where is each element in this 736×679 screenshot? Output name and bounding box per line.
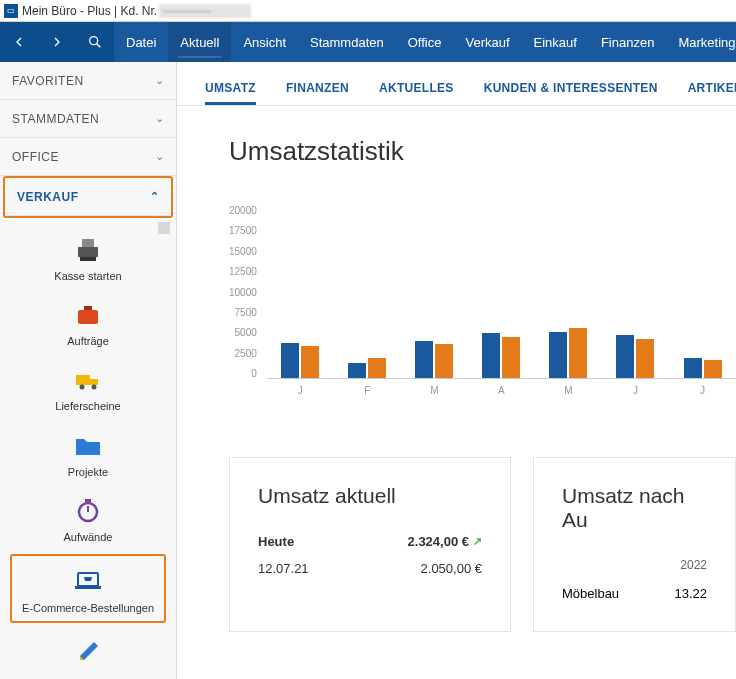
bar (368, 358, 386, 378)
y-tick: 10000 (229, 287, 257, 298)
x-tick: M (535, 385, 602, 396)
svg-line-1 (97, 44, 101, 48)
ribbon-item-aktuell[interactable]: Aktuell (168, 22, 231, 62)
x-tick: J (602, 385, 669, 396)
bar-group (267, 343, 334, 378)
svg-point-9 (80, 385, 85, 390)
briefcase-icon (67, 297, 109, 331)
chevron-up-icon: ⌃ (150, 190, 160, 203)
year-header: 2022 (562, 558, 707, 572)
sidebar-item-kasse-starten[interactable]: Kasse starten (6, 226, 170, 291)
category-value: 13.22 (674, 586, 707, 601)
nav-forward-button[interactable] (38, 22, 76, 62)
x-tick: J (669, 385, 736, 396)
ribbon-item-office[interactable]: Office (396, 22, 454, 62)
window-title: Mein Büro - Plus | Kd. Nr. (22, 4, 157, 18)
sidebar-item-label: Projekte (68, 466, 108, 479)
truck-icon (67, 362, 109, 396)
chevron-down-icon: ⌄ (155, 112, 165, 125)
chart-y-axis: 20000175001500012500100007500500025000 (229, 205, 267, 379)
window-title-bar: ▭ Mein Büro - Plus | Kd. Nr. ———— (0, 0, 736, 22)
svg-rect-3 (82, 239, 94, 247)
ribbon-item-datei[interactable]: Datei (114, 22, 168, 62)
trend-up-icon: ↗ (473, 535, 482, 548)
panel-label: VERKAUF (17, 190, 79, 204)
svg-rect-7 (76, 375, 90, 385)
tab-kunden-interessenten[interactable]: KUNDEN & INTERESSENTEN (484, 81, 658, 105)
page-title: Umsatzstatistik (229, 136, 736, 167)
stopwatch-icon (67, 493, 109, 527)
tab-umsatz[interactable]: UMSATZ (205, 81, 256, 105)
sidebar-item-label: Aufwände (64, 531, 113, 544)
stat-value: 2.324,00 €↗ (408, 534, 482, 549)
sidebar-item-e-commerce-bestellungen[interactable]: E-Commerce-Bestellungen (10, 554, 166, 623)
y-tick: 17500 (229, 225, 257, 236)
bar (482, 333, 500, 378)
nav-back-button[interactable] (0, 22, 38, 62)
tab-aktuelles[interactable]: AKTUELLES (379, 81, 454, 105)
card-title: Umsatz aktuell (258, 484, 482, 508)
ribbon: DateiAktuellAnsichtStammdatenOfficeVerka… (0, 22, 736, 62)
y-tick: 12500 (229, 266, 257, 277)
search-button[interactable] (76, 22, 114, 62)
y-tick: 0 (251, 368, 257, 379)
panel-head-verkauf[interactable]: VERKAUF⌃ (5, 178, 171, 216)
sub-tabs: UMSATZFINANZENAKTUELLESKUNDEN & INTERESS… (177, 62, 736, 106)
folder-icon (67, 428, 109, 462)
svg-rect-15 (75, 586, 101, 589)
panel-label: STAMMDATEN (12, 112, 99, 126)
bar (616, 335, 634, 379)
panel-head-office[interactable]: OFFICE⌄ (0, 138, 176, 176)
x-tick: A (468, 385, 535, 396)
ribbon-item-ansicht[interactable]: Ansicht (231, 22, 298, 62)
laptop-cart-icon (67, 564, 109, 598)
ribbon-nav (0, 22, 114, 62)
app-icon: ▭ (4, 4, 18, 18)
tab-finanzen[interactable]: FINANZEN (286, 81, 349, 105)
svg-rect-8 (90, 379, 98, 385)
bar-group (669, 358, 736, 378)
stat-value: 2.050,00 € (421, 561, 482, 576)
panel-label: OFFICE (12, 150, 59, 164)
ribbon-item-finanzen[interactable]: Finanzen (589, 22, 666, 62)
verkauf-items-list: Kasse startenAufträgeLieferscheineProjek… (0, 218, 176, 679)
customer-number-blurred: ———— (159, 4, 251, 18)
svg-rect-4 (80, 257, 96, 261)
y-tick: 15000 (229, 246, 257, 257)
sidebar-item-projekte[interactable]: Projekte (6, 422, 170, 487)
ribbon-item-marketing[interactable]: Marketing (666, 22, 736, 62)
ribbon-item-stammdaten[interactable]: Stammdaten (298, 22, 396, 62)
bar (569, 328, 587, 378)
scroll-indicator[interactable] (158, 222, 170, 234)
bar (704, 360, 722, 378)
ribbon-item-verkauf[interactable]: Verkauf (453, 22, 521, 62)
ribbon-item-einkauf[interactable]: Einkauf (522, 22, 589, 62)
x-tick: F (334, 385, 401, 396)
sidebar-item-aufw-nde[interactable]: Aufwände (6, 487, 170, 552)
bar-group (334, 358, 401, 378)
stat-row: 12.07.212.050,00 € (258, 561, 482, 576)
bar (348, 363, 366, 378)
y-tick: 20000 (229, 205, 257, 216)
chevron-down-icon: ⌄ (155, 74, 165, 87)
sidebar-item-lieferscheine[interactable]: Lieferscheine (6, 356, 170, 421)
sidebar-item-label: Lieferscheine (55, 400, 120, 413)
svg-point-10 (92, 385, 97, 390)
panel-head-favoriten[interactable]: FAVORITEN⌄ (0, 62, 176, 100)
sidebar-item-pen[interactable] (6, 625, 170, 677)
stat-label: Heute (258, 534, 294, 549)
svg-rect-5 (78, 310, 98, 324)
panel-head-stammdaten[interactable]: STAMMDATEN⌄ (0, 100, 176, 138)
tab-artikel-lieferanten[interactable]: ARTIKEL & LIEFERANTEN (688, 81, 736, 105)
bar-group (535, 328, 602, 378)
sidebar-item-label: Kasse starten (54, 270, 121, 283)
sidebar-item-auftr-ge[interactable]: Aufträge (6, 291, 170, 356)
bar (549, 332, 567, 378)
category-label: Möbelbau (562, 586, 619, 601)
bar (435, 344, 453, 378)
chevron-down-icon: ⌄ (155, 150, 165, 163)
bar (281, 343, 299, 378)
x-tick: M (401, 385, 468, 396)
ribbon-menu: DateiAktuellAnsichtStammdatenOfficeVerka… (114, 22, 736, 62)
x-tick: J (267, 385, 334, 396)
